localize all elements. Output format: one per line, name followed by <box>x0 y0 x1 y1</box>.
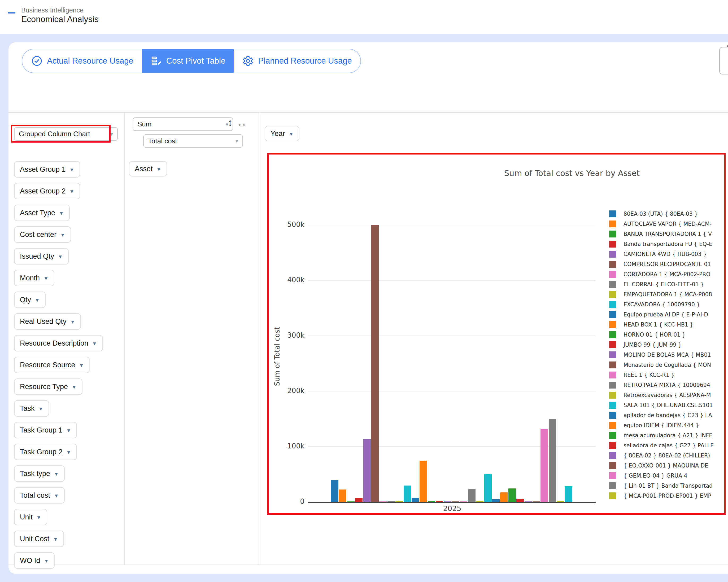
bar-24[interactable] <box>516 499 524 502</box>
field-chip-real-used-qty[interactable]: Real Used Qty▼ <box>14 313 81 330</box>
legend-item[interactable]: { EQ.OXXO-001 } MAQUINA DE <box>609 461 708 471</box>
legend-item[interactable]: AUTOCLAVE VAPOR { MED-ACM- <box>609 219 711 229</box>
bar-28[interactable] <box>549 419 556 502</box>
legend-item[interactable]: BANDA TRANSPORTADORA 1 { V <box>609 229 712 239</box>
field-chip-label: Unit Cost <box>20 535 49 543</box>
legend-swatch <box>609 442 616 449</box>
legend-swatch <box>609 230 616 238</box>
tab-label: Cost Pivot Table <box>166 56 226 66</box>
legend-item[interactable]: CAMIONETA 4WD { HUB-003 } <box>609 249 707 259</box>
legend-item[interactable]: JUMBO 99 { JUM-99 } <box>609 340 682 350</box>
chevron-down-icon: ▼ <box>66 428 71 434</box>
sort-horizontal-icon[interactable]: ↔ <box>237 118 247 128</box>
legend-swatch <box>609 341 616 348</box>
legend-swatch <box>609 221 616 227</box>
legend-swatch <box>609 291 616 298</box>
legend-swatch <box>609 261 616 268</box>
chart-type-select[interactable]: Grouped Column Chart ▾ <box>14 127 118 141</box>
legend-item[interactable]: Monasterio de Cogullada { MON <box>609 360 711 370</box>
legend-item[interactable]: { 80EA-02 } 80EA-02 (CHILLER) <box>609 450 710 461</box>
bar-2[interactable] <box>339 490 346 502</box>
field-chip-resource-description[interactable]: Resource Description▼ <box>14 335 103 352</box>
column-field-chip-year[interactable]: Year ▼ <box>265 126 300 141</box>
field-chip-unit[interactable]: Unit▼ <box>14 509 47 525</box>
bar-6[interactable] <box>371 225 379 502</box>
bar-30[interactable] <box>565 486 572 502</box>
legend-item[interactable]: HEAD BOX 1 { KCC-HB1 } <box>609 320 693 330</box>
field-chip-total-cost[interactable]: Total cost▼ <box>14 487 65 503</box>
field-chip-asset-group-1[interactable]: Asset Group 1▼ <box>14 161 80 177</box>
field-chip-month[interactable]: Month▼ <box>14 270 54 286</box>
bar-18[interactable] <box>468 489 475 502</box>
bar-5[interactable] <box>363 439 371 502</box>
legend-item[interactable]: equipo IDIEM { IDIEM.444 } <box>609 420 699 431</box>
clipped-corner-widget[interactable] <box>719 47 728 75</box>
bar-21[interactable] <box>492 499 500 502</box>
bar-4[interactable] <box>355 498 363 502</box>
legend-item[interactable]: { Lin-01-BT } Banda Transportad <box>609 481 712 491</box>
aggregator-field-select[interactable]: Total cost ▾ <box>143 134 243 148</box>
field-chip-label: Task <box>20 405 35 413</box>
legend-item[interactable]: apilador de bandejas { C23 } LA <box>609 410 712 420</box>
legend-label: CAMIONETA 4WD { HUB-003 } <box>624 251 707 257</box>
chevron-down-icon: ▼ <box>58 254 63 260</box>
bar-11[interactable] <box>412 498 419 502</box>
legend-label: { MCA-P001-PROD-EP001 } EMP <box>624 493 711 499</box>
field-chip-task-group-1[interactable]: Task Group 1▼ <box>14 422 77 438</box>
legend-item[interactable]: EXCAVADORA { 10009790 } <box>609 300 700 309</box>
legend-item[interactable]: HORNO 01 { HOR-01 } <box>609 330 685 340</box>
hamburger-menu-icon[interactable] <box>8 12 20 22</box>
chevron-down-icon: ▼ <box>44 558 49 564</box>
legend-item[interactable]: SALA 101 { OHL.UNAB.CSL.S101 <box>609 400 713 410</box>
legend-swatch <box>609 311 616 318</box>
chart-type-select-value: Grouped Column Chart <box>19 130 90 138</box>
field-chip-asset-type[interactable]: Asset Type▼ <box>14 204 70 221</box>
legend-item[interactable]: COMPRESOR RECIPROCANTE 01 <box>609 259 711 269</box>
field-chip-resource-source[interactable]: Resource Source▼ <box>14 357 89 373</box>
bar-10[interactable] <box>404 486 411 502</box>
tab-cost-pivot-table[interactable]: Cost Pivot Table <box>142 49 234 73</box>
legend-label: MOLINO DE BOLAS MCA { MB01 <box>624 352 711 358</box>
field-chip-issued-qty[interactable]: Issued Qty▼ <box>14 248 69 265</box>
legend-item[interactable]: Banda transportadora FU { EQ-E <box>609 239 712 249</box>
row-field-chip-asset[interactable]: Asset ▼ <box>129 161 167 176</box>
legend-item[interactable]: EL CORRAL { ELCO-ELTE-01 } <box>609 279 704 289</box>
legend-item[interactable]: EMPAQUETADORA 1 { MCA-P008 <box>609 289 712 300</box>
bar-27[interactable] <box>541 429 548 502</box>
legend-swatch <box>609 331 616 338</box>
field-chip-resource-type[interactable]: Resource Type▼ <box>14 379 82 395</box>
legend-item[interactable]: CORTADORA 1 { MCA-P002-PRO <box>609 269 710 279</box>
legend-item[interactable]: { GEM.EQ-04 } GRUA 4 <box>609 471 687 481</box>
aggregator-select[interactable]: Sum ▾ <box>133 117 233 131</box>
sort-vertical-icon[interactable]: ↕ <box>228 117 233 128</box>
field-chip-asset-group-2[interactable]: Asset Group 2▼ <box>14 183 80 199</box>
field-chip-task-type[interactable]: Task type▼ <box>14 465 65 482</box>
tab-actual-resource-usage[interactable]: Actual Resource Usage <box>22 49 142 73</box>
field-chip-qty[interactable]: Qty▼ <box>14 292 46 308</box>
legend-item[interactable]: RETRO PALA MIXTA { 10009694 <box>609 380 710 390</box>
y-axis-tick-label: 0 <box>272 497 305 505</box>
bar-23[interactable] <box>509 489 516 502</box>
bar-20[interactable] <box>484 474 492 502</box>
legend-item[interactable]: selladora de cajas { G27 } PALLE <box>609 441 714 450</box>
field-chip-task[interactable]: Task▼ <box>14 400 49 417</box>
legend-swatch <box>609 462 616 469</box>
bar-1[interactable] <box>331 480 338 502</box>
field-chip-cost-center[interactable]: Cost center▼ <box>14 226 71 243</box>
tab-planned-resource-usage[interactable]: Planned Resource Usage <box>234 49 360 73</box>
legend-item[interactable]: Retroexcavadoras { AESPAÑA-M <box>609 390 711 400</box>
field-chip-unit-cost[interactable]: Unit Cost▼ <box>14 531 64 547</box>
field-chip-wo-id[interactable]: WO Id▼ <box>14 552 55 569</box>
legend-label: { GEM.EQ-04 } GRUA 4 <box>624 473 687 479</box>
legend-item[interactable]: 80EA-03 (UTA) { 80EA-03 } <box>609 209 698 219</box>
legend-item[interactable]: REEL 1 { KCC-R1 } <box>609 370 674 380</box>
bar-12[interactable] <box>420 461 427 502</box>
rows-column-divider <box>259 112 259 565</box>
field-chip-task-group-2[interactable]: Task Group 2▼ <box>14 444 77 460</box>
legend-item[interactable]: Equipo prueba AI DP { E-P-AI-D <box>609 309 708 320</box>
legend-item[interactable]: mesa acumuladora { A21 } INFE <box>609 431 712 441</box>
field-chip-label: Real Used Qty <box>20 317 67 326</box>
legend-item[interactable]: { MCA-P001-PROD-EP001 } EMP <box>609 491 711 501</box>
legend-item[interactable]: MOLINO DE BOLAS MCA { MB01 <box>609 350 711 360</box>
bar-22[interactable] <box>500 492 508 502</box>
